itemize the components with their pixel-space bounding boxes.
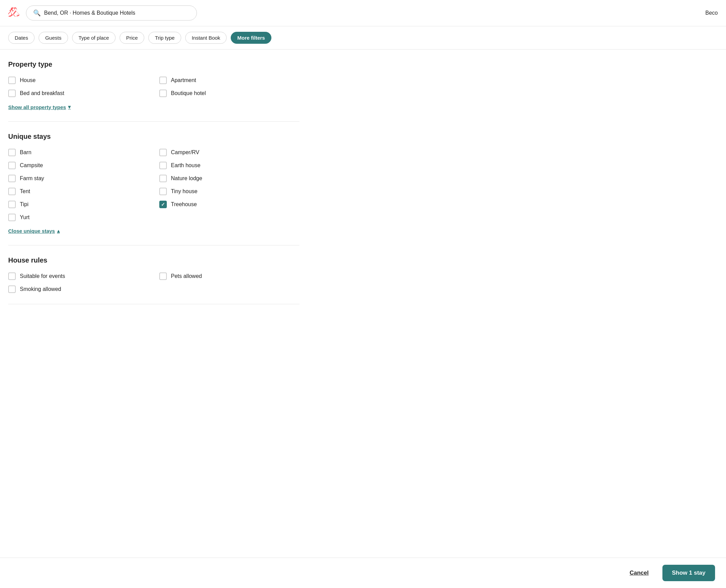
- checkbox-barn-label: Barn: [20, 149, 31, 156]
- checkbox-yurt-label: Yurt: [20, 214, 29, 220]
- checkbox-smoking-allowed-box: [8, 285, 16, 293]
- checkbox-suitable-for-events[interactable]: Suitable for events: [8, 272, 148, 280]
- search-bar[interactable]: 🔍 Bend, OR · Homes & Boutique Hotels: [26, 5, 197, 21]
- checkbox-treehouse-label: Treehouse: [171, 201, 197, 208]
- checkbox-nature-lodge-label: Nature lodge: [171, 175, 202, 182]
- checkbox-farm-stay-box: [8, 175, 16, 182]
- house-rules-title: House rules: [8, 256, 299, 264]
- checkbox-apartment[interactable]: Apartment: [159, 77, 299, 84]
- checkbox-bed-and-breakfast-label: Bed and breakfast: [20, 90, 64, 96]
- checkbox-nature-lodge[interactable]: Nature lodge: [159, 175, 299, 182]
- checkbox-yurt-box: [8, 214, 16, 221]
- filter-more-filters[interactable]: More filters: [231, 32, 271, 44]
- filter-price[interactable]: Price: [120, 32, 144, 44]
- checkbox-pets-allowed-box: [159, 272, 167, 280]
- divider-3: [8, 304, 299, 304]
- search-icon: 🔍: [33, 9, 41, 17]
- checkbox-tipi-box: [8, 201, 16, 208]
- unique-stays-title: Unique stays: [8, 133, 299, 141]
- checkbox-camper-rv[interactable]: Camper/RV: [159, 149, 299, 156]
- filter-type-of-place[interactable]: Type of place: [72, 32, 116, 44]
- checkbox-tent[interactable]: Tent: [8, 188, 148, 195]
- checkbox-treehouse-box: [159, 201, 167, 208]
- checkbox-boutique-hotel-box: [159, 90, 167, 97]
- checkbox-campsite[interactable]: Campsite: [8, 162, 148, 169]
- checkbox-house-label: House: [20, 77, 36, 83]
- checkbox-apartment-label: Apartment: [171, 77, 196, 83]
- checkbox-house[interactable]: House: [8, 77, 148, 84]
- header: 🔍 Bend, OR · Homes & Boutique Hotels Bec…: [0, 0, 726, 26]
- main-content: Property type House Apartment Bed and br…: [0, 50, 308, 326]
- filter-bar: Dates Guests Type of place Price Trip ty…: [0, 26, 726, 50]
- property-type-section: Property type House Apartment Bed and br…: [8, 61, 299, 110]
- house-rules-grid: Suitable for events Pets allowed Smoking…: [8, 272, 299, 293]
- checkbox-bed-and-breakfast-box: [8, 90, 16, 97]
- checkbox-pets-allowed[interactable]: Pets allowed: [159, 272, 299, 280]
- divider-1: [8, 121, 299, 122]
- checkbox-earth-house[interactable]: Earth house: [159, 162, 299, 169]
- airbnb-logo: [8, 6, 21, 20]
- checkbox-farm-stay-label: Farm stay: [20, 175, 44, 182]
- checkbox-tent-box: [8, 188, 16, 195]
- checkbox-yurt[interactable]: Yurt: [8, 214, 148, 221]
- checkbox-suitable-for-events-label: Suitable for events: [20, 273, 65, 279]
- checkbox-barn[interactable]: Barn: [8, 149, 148, 156]
- unique-stays-section: Unique stays Barn Camper/RV Campsite Ear…: [8, 133, 299, 235]
- checkbox-boutique-hotel-label: Boutique hotel: [171, 90, 206, 96]
- checkbox-pets-allowed-label: Pets allowed: [171, 273, 202, 279]
- checkbox-camper-rv-label: Camper/RV: [171, 149, 199, 156]
- checkbox-tent-label: Tent: [20, 188, 30, 195]
- checkbox-earth-house-box: [159, 162, 167, 169]
- divider-2: [8, 245, 299, 245]
- filter-dates[interactable]: Dates: [8, 32, 35, 44]
- checkbox-treehouse[interactable]: Treehouse: [159, 201, 299, 208]
- checkbox-apartment-box: [159, 77, 167, 84]
- checkbox-bed-and-breakfast[interactable]: Bed and breakfast: [8, 90, 148, 97]
- property-type-grid: House Apartment Bed and breakfast Boutiq…: [8, 77, 299, 97]
- close-unique-stays[interactable]: Close unique stays ▴: [8, 228, 60, 234]
- checkbox-earth-house-label: Earth house: [171, 162, 200, 169]
- house-rules-section: House rules Suitable for events Pets all…: [8, 256, 299, 293]
- checkbox-nature-lodge-box: [159, 175, 167, 182]
- chevron-down-icon: ▾: [68, 104, 71, 110]
- checkbox-tipi[interactable]: Tipi: [8, 201, 148, 208]
- checkbox-tiny-house[interactable]: Tiny house: [159, 188, 299, 195]
- checkbox-barn-box: [8, 149, 16, 156]
- checkbox-house-box: [8, 77, 16, 84]
- chevron-up-icon: ▴: [57, 228, 60, 234]
- show-all-property-types[interactable]: Show all property types ▾: [8, 104, 71, 110]
- checkbox-camper-rv-box: [159, 149, 167, 156]
- checkbox-smoking-allowed[interactable]: Smoking allowed: [8, 285, 148, 293]
- filter-guests[interactable]: Guests: [39, 32, 68, 44]
- checkbox-tipi-label: Tipi: [20, 201, 28, 208]
- checkbox-campsite-label: Campsite: [20, 162, 43, 169]
- filter-instant-book[interactable]: Instant Book: [185, 32, 227, 44]
- unique-stays-grid: Barn Camper/RV Campsite Earth house Farm…: [8, 149, 299, 221]
- checkbox-campsite-box: [8, 162, 16, 169]
- checkbox-smoking-allowed-label: Smoking allowed: [20, 286, 61, 292]
- user-name: Beco: [705, 10, 718, 16]
- checkbox-tiny-house-box: [159, 188, 167, 195]
- checkbox-tiny-house-label: Tiny house: [171, 188, 198, 195]
- checkbox-suitable-for-events-box: [8, 272, 16, 280]
- checkbox-farm-stay[interactable]: Farm stay: [8, 175, 148, 182]
- property-type-title: Property type: [8, 61, 299, 68]
- filter-trip-type[interactable]: Trip type: [148, 32, 181, 44]
- search-text: Bend, OR · Homes & Boutique Hotels: [44, 10, 135, 16]
- checkbox-boutique-hotel[interactable]: Boutique hotel: [159, 90, 299, 97]
